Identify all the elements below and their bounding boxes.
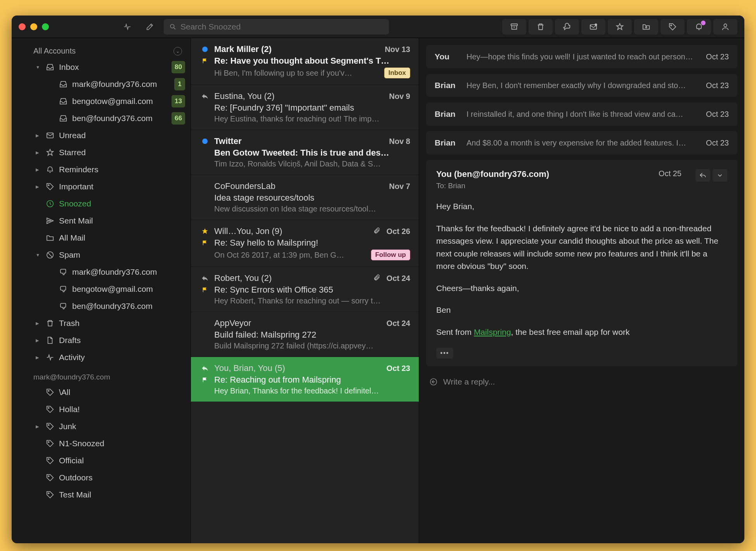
- thread-from: CoFoundersLab: [214, 181, 385, 191]
- thread-item[interactable]: Robert, You (2)Oct 24Re: Sync Errors wit…: [191, 267, 419, 312]
- thread-item[interactable]: Will…You, Jon (9)Oct 26Re: Say hello to …: [191, 220, 419, 267]
- sidebar-item-inbox[interactable]: Inbox80: [12, 59, 191, 76]
- sidebar-item-all-mail[interactable]: All Mail: [12, 229, 191, 246]
- sidebar-item-ben-foundry376-com[interactable]: ben@foundry376.com66: [12, 110, 191, 127]
- sidebar-item-drafts[interactable]: Drafts: [12, 332, 191, 349]
- disclosure-triangle[interactable]: [36, 317, 41, 329]
- thread-item[interactable]: Mark Miller (2)Nov 13Re: Have you though…: [191, 38, 419, 85]
- disclosure-triangle[interactable]: [36, 249, 41, 261]
- sidebar-item-trash[interactable]: Trash: [12, 315, 191, 332]
- clock-icon: [45, 199, 55, 208]
- sidebar-item-important[interactable]: Important: [12, 178, 191, 195]
- sidebar-item-mark-foundry376-com[interactable]: mark@foundry376.com1: [12, 76, 191, 93]
- sidebar-item-ben-foundry376-com[interactable]: ben@foundry376.com: [12, 298, 191, 315]
- message-collapsed[interactable]: YouHey—hope this finds you well! I just …: [426, 45, 737, 68]
- sidebar-label-text: Holla!: [59, 403, 185, 416]
- sidebar-label-n1-snoozed[interactable]: N1-Snoozed: [12, 435, 191, 452]
- message-collapsed[interactable]: BrianI reinstalled it, and one thing I d…: [426, 102, 737, 126]
- disclosure-triangle[interactable]: [36, 180, 41, 193]
- thread-item[interactable]: Eustina, You (2)Nov 9Re: [Foundry 376] "…: [191, 85, 419, 130]
- sidebar-item-mark-foundry376-com[interactable]: mark@foundry376.com: [12, 263, 191, 281]
- disclosure-triangle[interactable]: [36, 420, 41, 433]
- sidebar-item-label: Inbox: [59, 61, 168, 73]
- star-button[interactable]: [608, 19, 632, 35]
- collapsed-from: Brian: [435, 81, 458, 90]
- disclosure-triangle[interactable]: [36, 146, 41, 159]
- sidebar-label-official[interactable]: Official: [12, 452, 191, 469]
- archive-button[interactable]: [502, 19, 526, 35]
- sidebar-header[interactable]: All Accounts ⌄: [12, 43, 191, 59]
- compose-button[interactable]: [142, 19, 158, 35]
- sidebar-item-sent-mail[interactable]: Sent Mail: [12, 212, 191, 229]
- search-input[interactable]: [180, 22, 383, 31]
- replied-icon: [200, 274, 210, 282]
- sidebar-label-test-mail[interactable]: Test Mail: [12, 486, 191, 503]
- thread-subject: Build failed: Mailspring 272: [214, 330, 410, 340]
- collapsed-date: Oct 23: [706, 52, 729, 61]
- thread-item[interactable]: You, Brian, You (5)Oct 23Re: Reaching ou…: [191, 357, 419, 402]
- unread-badge: 66: [172, 112, 185, 125]
- reply-button[interactable]: [695, 169, 710, 182]
- minimize-window-button[interactable]: [30, 23, 37, 30]
- mailspring-link[interactable]: Mailspring: [474, 327, 511, 336]
- sidebar-item-activity[interactable]: Activity: [12, 349, 191, 366]
- svg-point-10: [48, 390, 49, 392]
- thread-item[interactable]: CoFoundersLabNov 7Idea stage resources/t…: [191, 175, 419, 220]
- svg-point-7: [48, 185, 49, 186]
- label-icon: [45, 439, 55, 448]
- collapsed-preview: Hey—hope this finds you well! I just wan…: [466, 52, 697, 61]
- sidebar-item-unread[interactable]: Unread: [12, 127, 191, 144]
- thread-item[interactable]: AppVeyorOct 24Build failed: Mailspring 2…: [191, 312, 419, 357]
- star-icon: [45, 148, 55, 157]
- spam-button[interactable]: [555, 19, 579, 35]
- svg-point-11: [48, 407, 49, 409]
- show-quoted-button[interactable]: •••: [436, 348, 453, 359]
- flag-icon: [200, 377, 210, 383]
- chevron-down-icon[interactable]: ⌄: [173, 47, 182, 55]
- collapsed-from: Brian: [435, 109, 458, 119]
- svg-point-13: [48, 442, 49, 443]
- svg-point-12: [48, 425, 49, 426]
- message-body: Hey Brian, Thanks for the feedback! I de…: [436, 200, 727, 338]
- thread-preview: Hi Ben, I'm following up to see if you'v…: [200, 69, 380, 78]
- message-collapsed[interactable]: BrianAnd $8.00 a month is very expensive…: [426, 131, 737, 154]
- disclosure-triangle[interactable]: [36, 163, 41, 176]
- sidebar-label--all[interactable]: \All: [12, 384, 191, 401]
- sidebar-item-bengotow-gmail-com[interactable]: bengotow@gmail.com: [12, 281, 191, 298]
- profile-button[interactable]: [713, 19, 737, 35]
- message-more-button[interactable]: [713, 169, 727, 182]
- labels-button[interactable]: [661, 19, 685, 35]
- attachment-icon: [373, 227, 380, 236]
- sidebar-item-spam[interactable]: Spam: [12, 246, 191, 263]
- sidebar-item-snoozed[interactable]: Snoozed: [12, 195, 191, 212]
- snooze-button[interactable]: [687, 19, 711, 35]
- reply-box[interactable]: Write a reply...: [426, 372, 737, 388]
- disclosure-triangle[interactable]: [36, 351, 41, 364]
- close-window-button[interactable]: [19, 23, 26, 30]
- activity-icon[interactable]: [120, 19, 135, 35]
- thread-preview: Hey Eustina, thanks for reaching out! Th…: [200, 114, 410, 123]
- bell-icon: [45, 165, 55, 174]
- thread-date: Nov 8: [389, 137, 410, 146]
- disclosure-triangle[interactable]: [36, 61, 41, 73]
- mark-unread-button[interactable]: [581, 19, 605, 35]
- zoom-window-button[interactable]: [42, 23, 49, 30]
- message-collapsed[interactable]: BrianHey Ben, I don't remember exactly w…: [426, 74, 737, 97]
- sidebar-label-junk[interactable]: Junk: [12, 418, 191, 435]
- sidebar-item-starred[interactable]: Starred: [12, 144, 191, 161]
- sidebar-item-label: Important: [59, 180, 185, 193]
- disclosure-triangle[interactable]: [36, 129, 41, 142]
- sidebar-item-bengotow-gmail-com[interactable]: bengotow@gmail.com13: [12, 93, 191, 110]
- svg-point-4: [671, 24, 672, 26]
- collapsed-preview: Hey Ben, I don't remember exactly why I …: [466, 81, 697, 90]
- thread-item[interactable]: TwitterNov 8Ben Gotow Tweeted: This is t…: [191, 130, 419, 175]
- thumbdown-icon: [58, 285, 68, 293]
- disclosure-triangle[interactable]: [36, 334, 41, 347]
- sidebar-label-holla-[interactable]: Holla!: [12, 401, 191, 418]
- sidebar-item-reminders[interactable]: Reminders: [12, 161, 191, 178]
- move-to-folder-button[interactable]: [634, 19, 658, 35]
- sidebar-label-outdoors[interactable]: Outdoors: [12, 469, 191, 486]
- signature: Sent from Mailspring, the best free emai…: [436, 326, 727, 339]
- search-box[interactable]: [164, 19, 389, 35]
- trash-button[interactable]: [529, 19, 553, 35]
